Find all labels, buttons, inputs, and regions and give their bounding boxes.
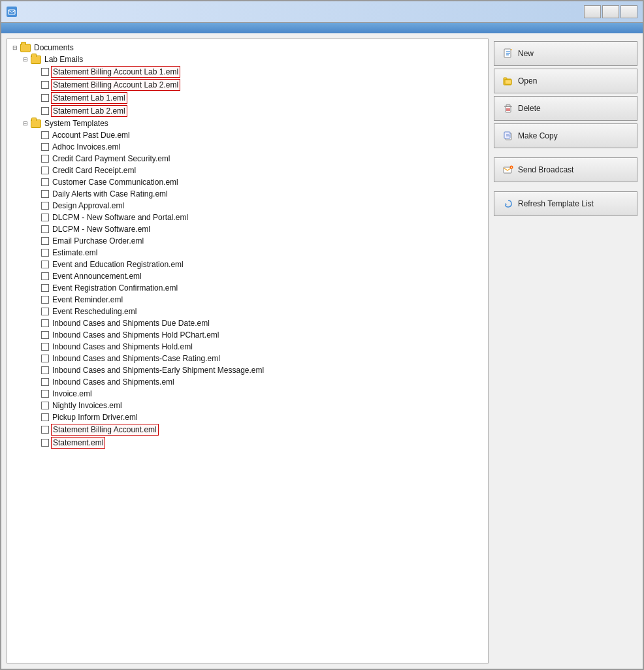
- tree-checkbox[interactable]: [41, 155, 49, 163]
- tree-label[interactable]: Adhoc Invoices.eml: [51, 142, 121, 152]
- tree-label[interactable]: Event and Education Registration.eml: [51, 259, 185, 270]
- tree-item[interactable]: Email Purchase Order.eml: [10, 235, 485, 247]
- tree-item[interactable]: Credit Card Payment Security.eml: [10, 153, 485, 165]
- tree-item[interactable]: Pickup Inform Driver.eml: [10, 411, 485, 423]
- tree-checkbox[interactable]: [41, 94, 49, 102]
- tree-label[interactable]: DLCPM - New Software and Portal.eml: [51, 212, 189, 223]
- new-button[interactable]: New: [494, 41, 637, 66]
- tree-checkbox[interactable]: [41, 272, 49, 280]
- refresh-button[interactable]: Refresh Template List: [494, 191, 637, 216]
- tree-item[interactable]: Statement.eml: [10, 436, 485, 449]
- tree-item[interactable]: Estimate.eml: [10, 247, 485, 259]
- tree-checkbox[interactable]: [41, 81, 49, 89]
- tree-checkbox[interactable]: [41, 366, 49, 374]
- tree-item[interactable]: Inbound Cases and Shipments-Early Shipme…: [10, 364, 485, 376]
- tree-label[interactable]: Credit Card Payment Security.eml: [51, 153, 172, 164]
- tree-checkbox[interactable]: [41, 355, 49, 362]
- tree-label[interactable]: Event Announcement.eml: [51, 271, 143, 281]
- tree-checkbox[interactable]: [41, 214, 49, 221]
- tree-checkbox[interactable]: [41, 225, 49, 233]
- tree-item[interactable]: Inbound Cases and Shipments-Case Rating.…: [10, 353, 485, 364]
- minimize-button[interactable]: [584, 5, 601, 18]
- tree-item[interactable]: Event Reminder.eml: [10, 294, 485, 306]
- tree-item[interactable]: DLCPM - New Software.eml: [10, 223, 485, 235]
- tree-item[interactable]: Account Past Due.eml: [10, 129, 485, 141]
- tree-label[interactable]: Statement Lab 2.eml: [51, 105, 127, 117]
- tree-label[interactable]: Inbound Cases and Shipments Hold.eml: [51, 342, 194, 352]
- tree-checkbox[interactable]: [41, 202, 49, 210]
- tree-label[interactable]: DLCPM - New Software.eml: [51, 224, 152, 234]
- tree-item[interactable]: ⊟Documents: [10, 42, 485, 54]
- tree-checkbox[interactable]: [41, 284, 49, 292]
- tree-label[interactable]: Customer Case Communication.eml: [51, 177, 180, 187]
- tree-checkbox[interactable]: [41, 178, 49, 186]
- tree-label[interactable]: Statement.eml: [51, 437, 105, 449]
- tree-checkbox[interactable]: [41, 331, 49, 339]
- maximize-button[interactable]: [602, 5, 619, 18]
- tree-checkbox[interactable]: [41, 261, 49, 268]
- tree-label[interactable]: Email Purchase Order.eml: [51, 236, 145, 246]
- send-broadcast-button[interactable]: Send Broadcast: [494, 157, 637, 182]
- tree-checkbox[interactable]: [41, 319, 49, 327]
- tree-item[interactable]: Statement Billing Account.eml: [10, 423, 485, 436]
- tree-checkbox[interactable]: [41, 402, 49, 409]
- tree-checkbox[interactable]: [41, 143, 49, 151]
- close-button[interactable]: [620, 5, 637, 18]
- tree-checkbox[interactable]: [41, 167, 49, 174]
- tree-item[interactable]: Inbound Cases and Shipments Hold PChart.…: [10, 329, 485, 341]
- tree-label[interactable]: Pickup Inform Driver.eml: [51, 412, 139, 423]
- tree-checkbox[interactable]: [41, 308, 49, 315]
- tree-label[interactable]: Invoice.eml: [51, 389, 93, 399]
- tree-item[interactable]: Statement Billing Account Lab 2.eml: [10, 78, 485, 91]
- tree-label[interactable]: Statement Billing Account Lab 1.eml: [51, 66, 180, 78]
- tree-checkbox[interactable]: [41, 390, 49, 398]
- tree-expander[interactable]: ⊟: [20, 118, 31, 129]
- tree-checkbox[interactable]: [41, 249, 49, 257]
- tree-item[interactable]: Inbound Cases and Shipments Hold.eml: [10, 341, 485, 353]
- tree-item[interactable]: Statement Lab 1.eml: [10, 91, 485, 104]
- tree-checkbox[interactable]: [41, 190, 49, 198]
- tree-item[interactable]: Daily Alerts with Case Rating.eml: [10, 188, 485, 200]
- tree-checkbox[interactable]: [41, 237, 49, 245]
- tree-checkbox[interactable]: [41, 439, 49, 447]
- tree-item[interactable]: Design Approval.eml: [10, 200, 485, 212]
- tree-label[interactable]: Daily Alerts with Case Rating.eml: [51, 189, 169, 199]
- tree-item[interactable]: Statement Billing Account Lab 1.eml: [10, 65, 485, 78]
- tree-item[interactable]: ⊟System Templates: [10, 118, 485, 129]
- tree-expander[interactable]: ⊟: [10, 42, 20, 53]
- tree-checkbox[interactable]: [41, 378, 49, 386]
- tree-item[interactable]: Credit Card Receipt.eml: [10, 165, 485, 176]
- tree-label[interactable]: Inbound Cases and Shipments-Early Shipme…: [51, 365, 265, 375]
- tree-label[interactable]: Estimate.eml: [51, 247, 99, 258]
- tree-item[interactable]: ⊟Lab Emails: [10, 54, 485, 65]
- tree-item[interactable]: Inbound Cases and Shipments Due Date.eml: [10, 317, 485, 329]
- tree-label[interactable]: Event Reminder.eml: [51, 295, 124, 305]
- tree-label[interactable]: Inbound Cases and Shipments Hold PChart.…: [51, 330, 220, 340]
- tree-checkbox[interactable]: [41, 131, 49, 139]
- tree-item[interactable]: Customer Case Communication.eml: [10, 176, 485, 188]
- tree-item[interactable]: Event Announcement.eml: [10, 270, 485, 282]
- tree-label[interactable]: Nightly Invoices.eml: [51, 400, 123, 411]
- tree-checkbox[interactable]: [41, 426, 49, 434]
- tree-label[interactable]: Statement Lab 1.eml: [51, 92, 127, 104]
- tree-item[interactable]: Inbound Cases and Shipments.eml: [10, 376, 485, 388]
- delete-button[interactable]: Delete: [494, 96, 637, 121]
- tree-label[interactable]: Statement Billing Account.eml: [51, 424, 159, 436]
- tree-item[interactable]: Adhoc Invoices.eml: [10, 141, 485, 153]
- tree-checkbox[interactable]: [41, 296, 49, 304]
- tree-item[interactable]: DLCPM - New Software and Portal.eml: [10, 212, 485, 223]
- tree-item[interactable]: Event Rescheduling.eml: [10, 306, 485, 317]
- open-button[interactable]: Open: [494, 69, 637, 93]
- tree-label[interactable]: Inbound Cases and Shipments-Case Rating.…: [51, 353, 221, 364]
- tree-label[interactable]: Account Past Due.eml: [51, 130, 131, 140]
- make-copy-button[interactable]: Make Copy: [494, 123, 637, 148]
- tree-checkbox[interactable]: [41, 107, 49, 115]
- tree-label[interactable]: Inbound Cases and Shipments Due Date.eml: [51, 318, 211, 328]
- tree-label[interactable]: Event Rescheduling.eml: [51, 306, 138, 317]
- tree-checkbox[interactable]: [41, 413, 49, 421]
- tree-item[interactable]: Nightly Invoices.eml: [10, 400, 485, 411]
- tree-label[interactable]: Statement Billing Account Lab 2.eml: [51, 79, 180, 91]
- tree-label[interactable]: Inbound Cases and Shipments.eml: [51, 377, 176, 387]
- tree-checkbox[interactable]: [41, 68, 49, 76]
- tree-label[interactable]: Credit Card Receipt.eml: [51, 165, 137, 176]
